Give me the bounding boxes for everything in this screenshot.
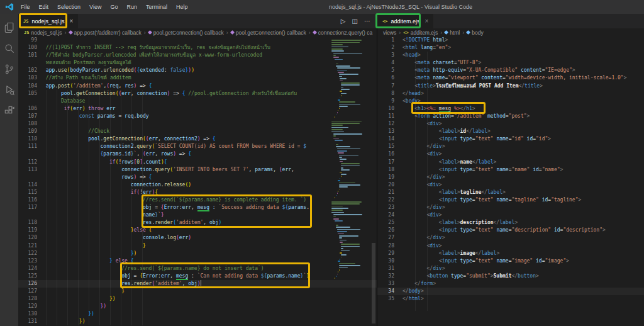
code-line[interactable]: 14 <input type="text" name="id" id="id"> [377, 135, 644, 143]
code-line[interactable]: 115 if(!err){ [18, 189, 377, 196]
code-line[interactable]: 123 } else { [18, 257, 377, 265]
more-actions-icon[interactable]: ⋯ [364, 18, 370, 25]
code-line[interactable]: 34</body> [377, 288, 644, 295]
code-line[interactable]: 130 }) [18, 310, 377, 318]
vertical-scrollbar[interactable] [370, 37, 377, 326]
breadcrumb-item[interactable]: pool.getConnection() callback [236, 30, 306, 36]
code-line[interactable]: ทดสอบด้วย Postman ลงฐานข้อมูลได้ [18, 59, 377, 67]
menu-edit[interactable]: Edit [35, 0, 53, 14]
code-line[interactable]: 103 //สร้าง Path ของเว็บไซต์ additem [18, 74, 377, 82]
code-line[interactable]: 124 //res.send(`${params.name} do not in… [18, 265, 377, 273]
code-line[interactable]: 118 res.render('additem', obj) [18, 219, 377, 227]
code-line[interactable]: 11 <form action="/additem" method="post"… [377, 113, 644, 120]
code-line[interactable]: 5 <meta http-equiv="X-UA-Compatible" con… [377, 67, 644, 74]
breadcrumb-item[interactable]: nodejs_sql.js [31, 30, 62, 36]
close-tab-icon[interactable]: × [69, 18, 73, 25]
code-line[interactable]: 122 }) [18, 250, 377, 257]
code-line[interactable]: 102 app.use(bodyParser.urlencoded({exten… [18, 67, 377, 74]
code-line[interactable]: 131 }) [18, 318, 377, 325]
code-line[interactable]: 105 pool.getConnection((err, connection)… [18, 90, 377, 98]
code-line[interactable]: 4 <meta charset="UTF-8"> [377, 59, 644, 67]
code-line[interactable]: 99 [18, 37, 377, 44]
minimap[interactable] [331, 38, 369, 280]
breadcrumb-item[interactable]: html [450, 30, 460, 36]
code-line[interactable]: 116 //res.send(`${params.name} is comple… [18, 196, 377, 204]
breadcrumb-item[interactable]: views [383, 30, 396, 36]
code-line[interactable]: 121 } [18, 242, 377, 250]
menu-file[interactable]: File [16, 0, 35, 14]
code-line[interactable]: 10 <h1><%= mesg %></h1> [377, 105, 644, 113]
code-line[interactable]: 29 <label>image</label> [377, 250, 644, 257]
code-line[interactable]: 119 }else { [18, 227, 377, 234]
code-line[interactable]: 127 } [18, 288, 377, 295]
tab-additem-ejs[interactable]: <> additem.ejs × [377, 14, 433, 28]
code-line[interactable]: 7 <title>โรงเบียร์ไทยแลนด์ POST Add Item… [377, 82, 644, 90]
code-line[interactable]: 21 <label>tagline</label> [377, 189, 644, 196]
code-line[interactable]: 13 <label>id</label> [377, 128, 644, 135]
menu-selection[interactable]: Selection [53, 0, 85, 14]
breadcrumb-item[interactable]: pool.getConnection() callback [153, 30, 224, 36]
code-line[interactable]: 25 <label>description</label> [377, 219, 644, 227]
code-line[interactable]: 22 <input type="text" name="tagline" id=… [377, 196, 644, 204]
code-line[interactable]: 113 connection.query('INSERT INTO beers … [18, 166, 377, 174]
code-line[interactable]: 120 console.log(err) [18, 234, 377, 242]
code-line[interactable]: 101 //ใช้คำสั่ง bodyParser.urlencoded เพ… [18, 52, 377, 59]
breadcrumb-item[interactable]: body [472, 30, 483, 36]
code-line[interactable]: 20 <div> [377, 181, 644, 189]
run-icon[interactable]: ▷ [341, 18, 346, 25]
code-line[interactable]: 112 if(!rows[0].count){ [18, 159, 377, 166]
run-and-debug-icon[interactable] [3, 84, 16, 96]
code-line[interactable]: 24 <div> [377, 211, 644, 219]
code-line[interactable]: 1<!DOCTYPE html> [377, 37, 644, 44]
code-line[interactable]: 109 //Check [18, 128, 377, 135]
search-icon[interactable] [3, 42, 16, 55]
code-line[interactable]: 6 <meta name="viewport" content="width=d… [377, 74, 644, 82]
code-line[interactable]: 114 connection.release() [18, 181, 377, 189]
editor-right[interactable]: 1<!DOCTYPE html>2<html lang="en">3<head>… [377, 37, 644, 326]
code-line[interactable]: 30 <input type="text" name="image" id="i… [377, 257, 644, 265]
code-line[interactable]: 2<html lang="en"> [377, 44, 644, 52]
menu-run[interactable]: Run [122, 0, 142, 14]
split-editor-icon[interactable]: ◫ [352, 18, 358, 25]
code-line[interactable]: 19 </div> [377, 174, 644, 181]
code-line[interactable]: 18 <input type="text" name="name" id="na… [377, 166, 644, 174]
editor-left[interactable]: 99100 //(1)POST ทำการ INSERT --> req รับ… [18, 37, 377, 326]
breadcrumb-item[interactable]: connection2.query() ca [318, 30, 372, 36]
code-line[interactable]: 107 const params = req.body [18, 113, 377, 120]
extensions-icon[interactable] [3, 104, 16, 117]
code-line[interactable]: 128 }) [18, 295, 377, 303]
code-line[interactable]: 35</html> [377, 295, 644, 303]
code-line[interactable]: 108 [18, 120, 377, 128]
code-line[interactable]: 32 <button type="submit">Submit</button> [377, 273, 644, 280]
code-line[interactable]: 9<body> [377, 98, 644, 105]
code-line[interactable]: {params.id}`, (err, rows) => { [18, 150, 377, 158]
code-line[interactable]: 17 <label>name</label> [377, 159, 644, 166]
code-line[interactable]: 126 res.render('additem', obj) [18, 280, 377, 288]
code-line[interactable]: 33 </form> [377, 280, 644, 288]
code-line[interactable]: 100 //(1)POST ทำการ INSERT --> req รับข้… [18, 44, 377, 52]
code-line[interactable]: Database [18, 98, 377, 105]
code-line[interactable]: 8</head> [377, 90, 644, 98]
code-area-right[interactable]: 1<!DOCTYPE html>2<html lang="en">3<head>… [377, 37, 644, 303]
code-line[interactable]: 110 pool.getConnection((err, connection2… [18, 135, 377, 143]
code-line[interactable]: 111 connection2.query(`SELECT COUNT(id) … [18, 143, 377, 150]
breadcrumb-item[interactable]: app.post('/additem') callback [74, 30, 142, 36]
code-line[interactable]: 16 <div> [377, 150, 644, 158]
code-line[interactable]: 117 obj = {Error:err, mesg : `Success ad… [18, 204, 377, 211]
breadcrumb-item[interactable]: additem.ejs [411, 30, 438, 36]
tab-nodejs-sql-js[interactable]: JS nodejs_sql.js × [18, 14, 78, 28]
code-line[interactable]: 12 <div> [377, 120, 644, 128]
code-line[interactable]: rows) => { [18, 174, 377, 181]
code-line[interactable]: 26 <input type="text" name="description"… [377, 227, 644, 234]
code-line[interactable]: 125 obj = {Error:err, mesg : `Can not ad… [18, 273, 377, 280]
menu-view[interactable]: View [85, 0, 106, 14]
code-line[interactable]: 3<head> [377, 52, 644, 59]
code-line[interactable]: 23 </div> [377, 204, 644, 211]
code-line[interactable]: 106 if(err) throw err [18, 105, 377, 113]
code-line[interactable]: 27 </div> [377, 234, 644, 242]
code-line[interactable]: 31 </div> [377, 265, 644, 273]
code-line[interactable]: 15 </div> [377, 143, 644, 150]
code-area-left[interactable]: 99100 //(1)POST ทำการ INSERT --> req รับ… [18, 37, 377, 326]
menu-go[interactable]: Go [106, 0, 122, 14]
explorer-icon[interactable] [3, 21, 16, 34]
